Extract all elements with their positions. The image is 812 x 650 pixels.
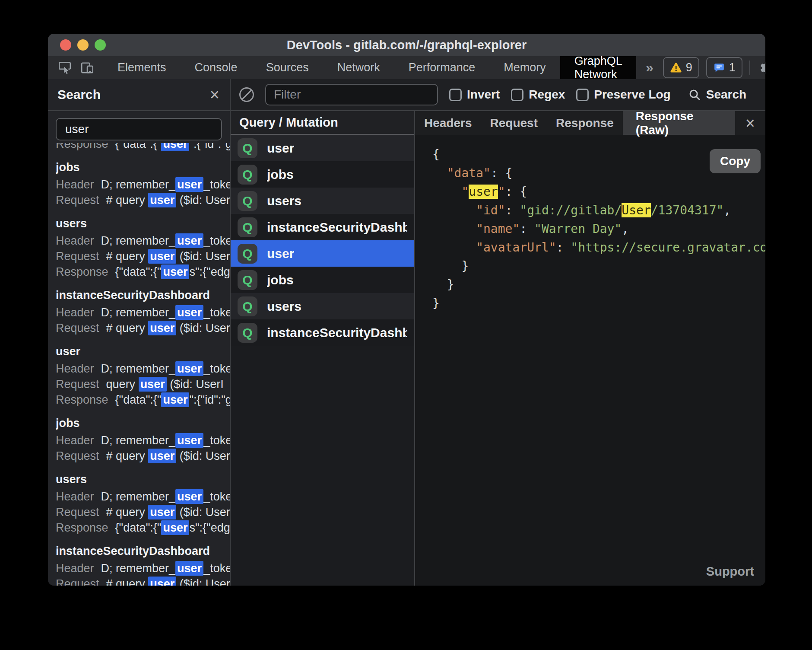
search-result-row[interactable]: Request# query user ($id: UserI bbox=[56, 192, 230, 208]
search-input[interactable] bbox=[56, 118, 222, 140]
search-result-row[interactable]: HeaderD; remember_user_token=e bbox=[56, 561, 230, 576]
device-toolbar-icon[interactable] bbox=[80, 61, 95, 75]
search-match-highlight: user bbox=[161, 264, 189, 279]
devtools-tab-memory[interactable]: Memory bbox=[489, 56, 560, 79]
search-result-field-label: Header bbox=[56, 562, 94, 575]
search-tool-label: Search bbox=[706, 88, 746, 102]
search-result-text: s":{"edges bbox=[189, 521, 230, 534]
search-close-icon[interactable]: × bbox=[210, 86, 219, 103]
devtools-tab-console[interactable]: Console bbox=[181, 56, 252, 79]
response-tab-response-raw-[interactable]: Response (Raw) bbox=[623, 111, 735, 135]
search-result-row[interactable]: Requestquery user ($id: UserI bbox=[56, 376, 230, 392]
json-token: : bbox=[505, 203, 520, 217]
search-result-text: ($id: UserI bbox=[176, 194, 230, 207]
clear-requests-icon[interactable] bbox=[239, 87, 254, 102]
search-panel-title: Search bbox=[57, 87, 101, 102]
search-result-row[interactable]: HeaderD; remember_user_token=e bbox=[56, 433, 230, 448]
issues-count: 1 bbox=[729, 61, 736, 74]
json-token: : bbox=[556, 240, 571, 255]
response-tab-request[interactable]: Request bbox=[481, 111, 547, 135]
support-link[interactable]: Support bbox=[706, 564, 754, 579]
search-match-highlight: user bbox=[175, 305, 203, 320]
query-type-icon: Q bbox=[238, 244, 257, 264]
json-token bbox=[432, 203, 476, 217]
issues-badge[interactable]: 1 bbox=[706, 57, 742, 78]
preserve-log-checkbox[interactable] bbox=[576, 89, 589, 101]
search-result-text: D; remember_ bbox=[101, 306, 176, 319]
query-list-item[interactable]: Qjobs bbox=[231, 161, 414, 188]
search-result-row[interactable]: Response{"data":{"users":{"edges bbox=[56, 520, 230, 535]
search-match-highlight: user bbox=[175, 561, 203, 576]
warning-icon bbox=[670, 62, 682, 73]
devtools-tab-elements[interactable]: Elements bbox=[103, 56, 181, 79]
search-result-row[interactable]: HeaderD; remember_user_token=e bbox=[56, 177, 230, 192]
search-result-row[interactable]: Request# query user ($id: UserI bbox=[56, 448, 230, 464]
search-result-row[interactable]: Request# query user ($id: UserI bbox=[56, 320, 230, 336]
json-token: "avatarUrl" bbox=[476, 240, 556, 255]
search-result-field-label: Request bbox=[56, 194, 99, 207]
query-list: QuserQjobsQusersQinstanceSecurityDashboa… bbox=[231, 135, 414, 586]
response-tab-response[interactable]: Response bbox=[547, 111, 623, 135]
devtools-tab-sources[interactable]: Sources bbox=[252, 56, 323, 79]
response-raw-content: { "data": { "user": { "id": "gid://gitla… bbox=[415, 135, 765, 586]
preserve-log-checkbox-group[interactable]: Preserve Log bbox=[576, 88, 670, 102]
search-result-row[interactable]: HeaderD; remember_user_token=e bbox=[56, 233, 230, 249]
search-result-text: _token=e bbox=[203, 562, 230, 575]
response-tab-headers[interactable]: Headers bbox=[415, 111, 481, 135]
search-result-text: ($id: UserI bbox=[176, 250, 230, 263]
search-result-row[interactable]: Request# query user ($id: UserI bbox=[56, 504, 230, 520]
search-match-highlight: user bbox=[175, 177, 203, 192]
query-list-item-selected[interactable]: Quser bbox=[231, 240, 414, 267]
search-result-row[interactable]: Response{"data":{"users":{"edges bbox=[56, 264, 230, 280]
warnings-badge[interactable]: 9 bbox=[663, 57, 699, 78]
search-result-text: D; remember_ bbox=[101, 562, 176, 575]
query-list-item[interactable]: Qjobs bbox=[231, 267, 414, 293]
search-result-row[interactable]: Response{"data":{"user":{"id":"gid bbox=[56, 392, 230, 408]
search-result-row[interactable]: Request# query user ($id: UserI bbox=[56, 576, 230, 586]
json-token: : { bbox=[505, 185, 527, 199]
query-type-icon: Q bbox=[238, 323, 257, 343]
regex-checkbox-group[interactable]: Regex bbox=[511, 88, 565, 102]
query-list-item[interactable]: QinstanceSecurityDashboard bbox=[231, 214, 414, 240]
invert-checkbox-group[interactable]: Invert bbox=[449, 88, 500, 102]
json-token: : bbox=[520, 222, 534, 236]
search-match-highlight: user bbox=[148, 505, 176, 519]
search-match-highlight: user bbox=[139, 377, 167, 392]
search-result-field-label: Request bbox=[56, 322, 99, 335]
regex-checkbox[interactable] bbox=[511, 89, 523, 101]
copy-button[interactable]: Copy bbox=[710, 149, 761, 173]
search-result-row[interactable]: HeaderD; remember_user_token=e bbox=[56, 305, 230, 320]
search-result-row[interactable]: Request# query user ($id: UserI bbox=[56, 249, 230, 264]
devtools-tab-performance[interactable]: Performance bbox=[394, 56, 490, 79]
filter-bar: Invert Regex Preserve Log bbox=[231, 79, 765, 111]
settings-gear-icon[interactable] bbox=[757, 58, 765, 77]
filter-input[interactable] bbox=[265, 84, 438, 105]
search-result-group-title: instanceSecurityDashboard bbox=[56, 286, 230, 305]
search-result-text: _token=e bbox=[203, 434, 230, 447]
preserve-log-label: Preserve Log bbox=[594, 88, 670, 102]
search-result-field-label: Request bbox=[56, 449, 99, 462]
devtools-tab-network[interactable]: Network bbox=[323, 56, 394, 79]
invert-checkbox[interactable] bbox=[449, 89, 462, 101]
json-token: { bbox=[432, 147, 440, 162]
query-list-item[interactable]: Qusers bbox=[231, 293, 414, 319]
search-result-group-title: user bbox=[56, 342, 230, 361]
search-result-row[interactable]: HeaderD; remember_user_token=e bbox=[56, 361, 230, 376]
inspect-element-icon[interactable] bbox=[57, 61, 72, 75]
search-result-row[interactable]: Response{"data":{"user":{"id":"gi bbox=[56, 143, 230, 152]
query-type-icon: Q bbox=[238, 138, 257, 158]
query-list-item[interactable]: Quser bbox=[231, 135, 414, 161]
search-match-highlight: user bbox=[161, 392, 189, 407]
search-result-row[interactable]: HeaderD; remember_user_token=e bbox=[56, 489, 230, 504]
query-list-item[interactable]: Qusers bbox=[231, 188, 414, 214]
devtools-window: DevTools - gitlab.com/-/graphql-explorer bbox=[48, 34, 765, 586]
more-tabs-icon[interactable]: » bbox=[636, 56, 663, 79]
search-result-field-label: Response bbox=[56, 143, 108, 150]
query-list-item[interactable]: QinstanceSecurityDashboard bbox=[231, 319, 414, 346]
devtools-tab-graphql-network[interactable]: GraphQL Network bbox=[560, 56, 636, 79]
search-match-highlight: user bbox=[161, 143, 189, 151]
network-search-button[interactable]: Search bbox=[688, 88, 746, 102]
message-icon bbox=[713, 62, 725, 73]
search-result-field-label: Response bbox=[56, 265, 108, 278]
response-close-icon[interactable]: × bbox=[745, 115, 755, 131]
